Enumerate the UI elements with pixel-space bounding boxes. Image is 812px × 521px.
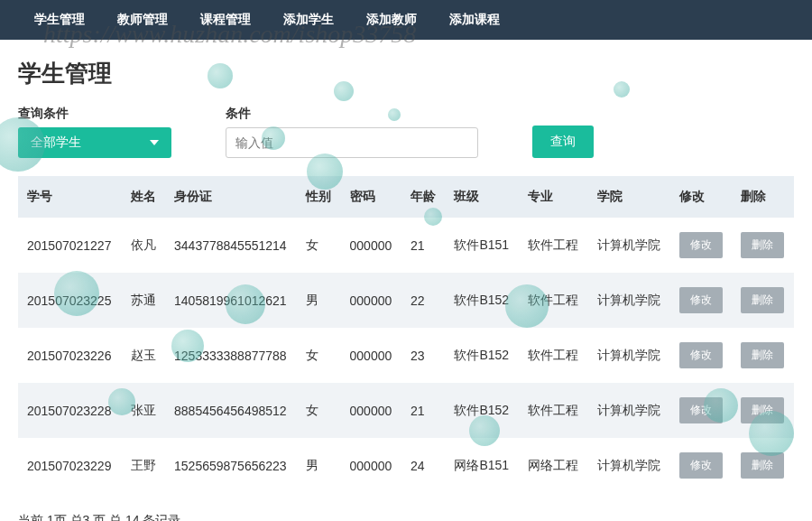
column-header: 年龄 (401, 176, 445, 218)
delete-button[interactable]: 删除 (741, 287, 784, 313)
nav-item-4[interactable]: 添加教师 (350, 1, 433, 39)
cell-gender: 男 (297, 438, 340, 493)
cell-class: 网络B151 (445, 438, 519, 493)
delete-button[interactable]: 删除 (741, 452, 784, 479)
cell-major: 网络工程 (519, 438, 588, 493)
cell-name: 依凡 (122, 218, 165, 273)
cell-idcard: 1525659875656223 (165, 438, 297, 493)
cell-idcard: 1253333388877788 (165, 328, 297, 383)
column-header: 密码 (341, 176, 401, 218)
table-row: 201507023228张亚8885456456498512女00000021软… (18, 383, 794, 438)
column-header: 学院 (588, 176, 670, 218)
edit-button[interactable]: 修改 (679, 397, 723, 423)
table-row: 201507023229王野1525659875656223男00000024网… (18, 438, 794, 493)
column-header: 删除 (732, 176, 794, 218)
edit-button[interactable]: 修改 (679, 287, 723, 313)
student-table: 学号姓名身份证性别密码年龄班级专业学院修改删除 201507021227依凡34… (18, 176, 794, 493)
cell-pwd: 000000 (341, 438, 401, 493)
cell-idcard: 8885456456498512 (165, 383, 297, 438)
column-header: 修改 (670, 176, 733, 218)
cell-idcard: 1405819961012621 (165, 273, 297, 328)
cell-class: 软件B152 (445, 273, 519, 328)
column-header: 身份证 (165, 176, 297, 218)
delete-button[interactable]: 删除 (741, 397, 784, 423)
chevron-down-icon (150, 140, 159, 145)
cell-gender: 女 (297, 218, 340, 273)
cell-class: 软件B152 (445, 383, 519, 438)
nav-item-1[interactable]: 教师管理 (101, 1, 184, 39)
cell-pwd: 000000 (341, 218, 401, 273)
filter-input[interactable] (226, 127, 478, 158)
cell-age: 23 (401, 328, 445, 383)
column-header: 学号 (18, 176, 122, 218)
cell-pwd: 000000 (341, 383, 401, 438)
filter-dropdown[interactable]: 全部学生 (18, 127, 171, 158)
table-row: 201507023226赵玉1253333388877788女00000023软… (18, 328, 794, 383)
cell-gender: 女 (297, 328, 340, 383)
cell-major: 软件工程 (519, 383, 588, 438)
edit-button[interactable]: 修改 (679, 232, 723, 258)
cell-id: 201507023226 (18, 328, 122, 383)
filter-row: 查询条件 全部学生 条件 查询 (18, 106, 794, 158)
delete-button[interactable]: 删除 (741, 232, 784, 258)
filter-label-value: 条件 (226, 106, 478, 122)
cell-name: 苏通 (122, 273, 165, 328)
column-header: 性别 (297, 176, 340, 218)
nav-item-5[interactable]: 添加课程 (433, 1, 516, 39)
cell-gender: 男 (297, 273, 340, 328)
cell-class: 软件B151 (445, 218, 519, 273)
nav-item-3[interactable]: 添加学生 (267, 1, 350, 39)
cell-class: 软件B152 (445, 328, 519, 383)
cell-age: 21 (401, 218, 445, 273)
edit-button[interactable]: 修改 (679, 452, 723, 479)
pagination-info: 当前 1页,总3 页,总 14 条记录 (18, 513, 794, 521)
cell-pwd: 000000 (341, 273, 401, 328)
cell-college: 计算机学院 (588, 328, 670, 383)
column-header: 专业 (519, 176, 588, 218)
cell-id: 201507023225 (18, 273, 122, 328)
page-title: 学生管理 (18, 58, 794, 89)
cell-id: 201507023229 (18, 438, 122, 493)
cell-age: 22 (401, 273, 445, 328)
cell-major: 软件工程 (519, 328, 588, 383)
cell-name: 赵玉 (122, 328, 165, 383)
cell-id: 201507021227 (18, 218, 122, 273)
query-button[interactable]: 查询 (532, 126, 594, 158)
cell-gender: 女 (297, 383, 340, 438)
nav-item-2[interactable]: 课程管理 (184, 1, 267, 39)
cell-college: 计算机学院 (588, 383, 670, 438)
delete-button[interactable]: 删除 (741, 342, 784, 368)
cell-age: 24 (401, 438, 445, 493)
column-header: 姓名 (122, 176, 165, 218)
cell-name: 张亚 (122, 383, 165, 438)
nav-item-0[interactable]: 学生管理 (18, 1, 101, 39)
filter-label-condition: 查询条件 (18, 106, 171, 122)
table-row: 201507021227依凡3443778845551214女00000021软… (18, 218, 794, 273)
dropdown-value: 全部学生 (31, 135, 81, 151)
column-header: 班级 (445, 176, 519, 218)
cell-idcard: 3443778845551214 (165, 218, 297, 273)
edit-button[interactable]: 修改 (679, 342, 723, 368)
cell-id: 201507023228 (18, 383, 122, 438)
top-nav: 学生管理教师管理课程管理添加学生添加教师添加课程 (0, 0, 812, 40)
cell-college: 计算机学院 (588, 218, 670, 273)
cell-pwd: 000000 (341, 328, 401, 383)
cell-college: 计算机学院 (588, 438, 670, 493)
cell-name: 王野 (122, 438, 165, 493)
table-row: 201507023225苏通1405819961012621男00000022软… (18, 273, 794, 328)
cell-college: 计算机学院 (588, 273, 670, 328)
cell-major: 软件工程 (519, 273, 588, 328)
cell-major: 软件工程 (519, 218, 588, 273)
cell-age: 21 (401, 383, 445, 438)
